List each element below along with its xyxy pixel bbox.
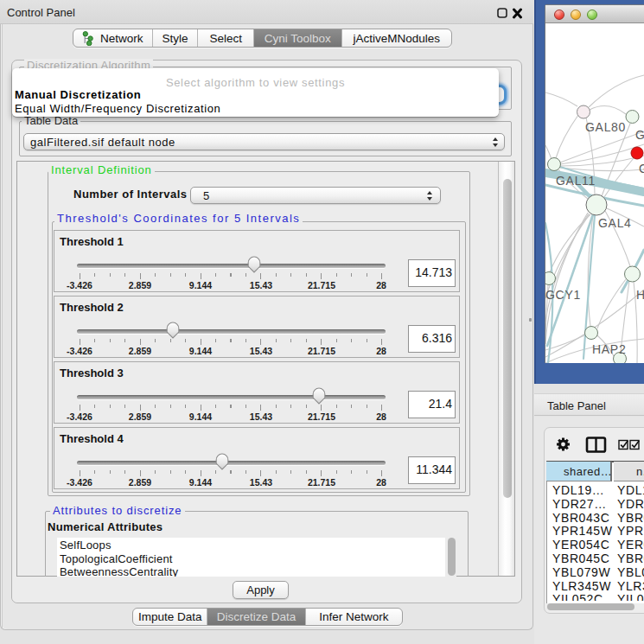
svg-text:GCY1: GCY1 — [545, 288, 581, 302]
svg-text:GAL80: GAL80 — [585, 120, 626, 134]
svg-text:GAL1: GAL1 — [639, 162, 644, 175]
svg-text:H: H — [636, 288, 644, 302]
svg-text:GAL7: GAL7 — [635, 128, 644, 142]
svg-text:GAL11: GAL11 — [556, 174, 596, 188]
svg-text:GAL4: GAL4 — [598, 216, 632, 230]
svg-text:HAP2: HAP2 — [592, 342, 626, 356]
